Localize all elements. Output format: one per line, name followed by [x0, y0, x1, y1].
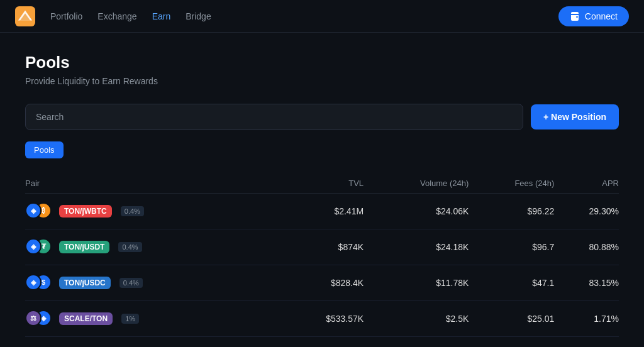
table-row[interactable]: ✦ ◈ LAVE/TON 0.4% $56.19K$1.55K$6.184.01…	[25, 337, 619, 348]
pools-table: Pair TVL Volume (24h) Fees (24h) APR ◈ ₿…	[25, 174, 619, 347]
nav-exchange[interactable]: Exchange	[97, 11, 136, 21]
pair-icon-1: ◈	[25, 202, 42, 219]
cell-tvl: $533.57K	[282, 301, 364, 337]
pair-badge: TON/jWBTC	[59, 205, 112, 218]
col-apr: APR	[554, 174, 619, 194]
nav-bridge[interactable]: Bridge	[186, 11, 211, 21]
cell-apr: 4.01%	[554, 337, 619, 348]
search-row: + New Position	[25, 104, 619, 130]
filter-tab-pools[interactable]: Pools	[25, 141, 64, 158]
connect-button[interactable]: Connect	[558, 6, 629, 26]
table-header: Pair TVL Volume (24h) Fees (24h) APR	[25, 174, 619, 194]
logo-icon	[15, 6, 35, 26]
cell-fees: $47.1	[469, 265, 554, 301]
cell-fees: $6.18	[469, 337, 554, 348]
col-tvl: TVL	[282, 174, 364, 194]
cell-fees: $25.01	[469, 301, 554, 337]
cell-tvl: $2.41M	[282, 194, 364, 229]
pair-badge: SCALE/TON	[59, 312, 113, 325]
cell-volume: $2.5K	[364, 301, 469, 337]
main-content: Pools Provide Liquidity to Earn Rewards …	[0, 33, 644, 347]
search-input[interactable]	[25, 104, 523, 130]
header: Portfolio Exchange Earn Bridge Connect	[0, 0, 644, 33]
filter-tabs: Pools	[25, 141, 619, 158]
cell-volume: $11.78K	[364, 265, 469, 301]
cell-apr: 29.30%	[554, 194, 619, 229]
col-volume: Volume (24h)	[364, 174, 469, 194]
pair-icon-1: ⚖	[25, 310, 42, 326]
cell-apr: 83.15%	[554, 265, 619, 301]
cell-apr: 80.88%	[554, 229, 619, 265]
col-pair: Pair	[25, 174, 282, 194]
cell-apr: 1.71%	[554, 301, 619, 337]
pair-badge: TON/jUSDT	[59, 241, 109, 253]
pair-badge: TON/jUSDC	[59, 277, 111, 289]
fee-badge: 1%	[121, 314, 139, 324]
cell-pair: ◈ ₿ TON/jWBTC 0.4%	[25, 194, 282, 229]
table-row[interactable]: ◈ ₿ TON/jWBTC 0.4% $2.41M$24.06K$96.2229…	[25, 194, 619, 229]
cell-tvl: $874K	[282, 229, 364, 265]
wallet-icon	[570, 11, 580, 21]
page-title: Pools	[25, 53, 619, 72]
fee-badge: 0.4%	[118, 242, 142, 252]
table-row[interactable]: ◈ ₮ TON/jUSDT 0.4% $874K$24.18K$96.780.8…	[25, 229, 619, 265]
cell-pair: ✦ ◈ LAVE/TON 0.4%	[25, 337, 282, 348]
cell-volume: $24.06K	[364, 194, 469, 229]
cell-fees: $96.22	[469, 194, 554, 229]
nav: Portfolio Exchange Earn Bridge	[50, 11, 558, 21]
table-row[interactable]: ◈ $ TON/jUSDC 0.4% $828.4K$11.78K$47.183…	[25, 265, 619, 301]
pair-icon-1: ◈	[25, 238, 42, 255]
table-body: ◈ ₿ TON/jWBTC 0.4% $2.41M$24.06K$96.2229…	[25, 194, 619, 348]
cell-pair: ⚖ ◈ SCALE/TON 1%	[25, 301, 282, 337]
fee-badge: 0.4%	[121, 206, 144, 216]
page-subtitle: Provide Liquidity to Earn Rewards	[25, 76, 619, 86]
col-fees: Fees (24h)	[469, 174, 554, 194]
cell-tvl: $56.19K	[282, 337, 364, 348]
cell-pair: ◈ $ TON/jUSDC 0.4%	[25, 265, 282, 301]
new-position-button[interactable]: + New Position	[531, 104, 619, 129]
cell-volume: $24.18K	[364, 229, 469, 265]
nav-portfolio[interactable]: Portfolio	[50, 11, 82, 21]
cell-volume: $1.55K	[364, 337, 469, 348]
cell-pair: ◈ ₮ TON/jUSDT 0.4%	[25, 229, 282, 265]
cell-fees: $96.7	[469, 229, 554, 265]
cell-tvl: $828.4K	[282, 265, 364, 301]
nav-earn[interactable]: Earn	[152, 11, 171, 21]
table-row[interactable]: ⚖ ◈ SCALE/TON 1% $533.57K$2.5K$25.011.71…	[25, 301, 619, 337]
pair-icon-1: ◈	[25, 274, 42, 290]
fee-badge: 0.4%	[119, 278, 143, 288]
